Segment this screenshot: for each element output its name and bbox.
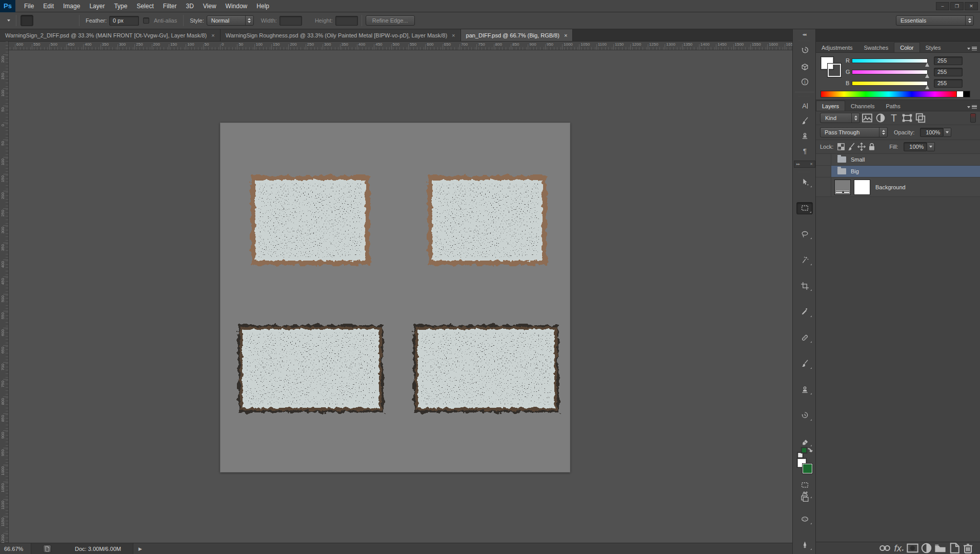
tab-color[interactable]: Color [894,42,919,52]
channel-value-input[interactable]: 255 [934,56,963,65]
layer-thumbnail[interactable] [834,180,851,195]
lock-position-button[interactable] [856,142,867,151]
status-flyout-arrow[interactable]: ▶ [138,546,142,551]
tab-channels[interactable]: Channels [845,101,880,111]
tab-paths[interactable]: Paths [881,101,906,111]
crop-tool[interactable] [796,280,813,292]
color-panel-menu-icon[interactable] [967,47,977,50]
refine-edge-button[interactable]: Refine Edge... [366,15,415,26]
close-icon[interactable]: × [564,32,567,38]
document-tab[interactable]: WarningSign Roughness.psd @ 33.3% (Oily … [221,29,461,41]
close-icon[interactable]: ✕ [810,162,813,166]
dock-grip[interactable]: ∙∙∙∙∙∙∙∙∙ [793,95,815,97]
background-color-swatch[interactable] [828,64,841,77]
tab-adjustments[interactable]: Adjustments [816,43,858,52]
menu-file[interactable]: File [19,0,38,12]
history-panel-button[interactable] [796,44,813,56]
close-button[interactable]: ✕ [965,2,978,10]
layer-row[interactable]: Big [816,166,980,177]
toolbar-header[interactable]: ▸▸✕ [794,161,815,168]
lock-transparent-button[interactable] [836,142,846,151]
lasso-tool[interactable] [796,228,813,240]
spot-healing-brush-tool[interactable] [796,331,813,344]
lock-pixels-button[interactable] [846,142,856,151]
subtract-from-selection-button[interactable] [48,15,61,26]
chevron-down-icon[interactable] [944,128,951,137]
layer-style-button[interactable]: fx [892,543,906,553]
menu-filter[interactable]: Filter [158,0,182,12]
lock-all-button[interactable] [867,142,877,151]
swap-colors-icon[interactable] [796,450,813,456]
delete-layer-button[interactable] [961,543,975,553]
layer-name[interactable]: Background [875,184,906,190]
add-to-selection-button[interactable] [34,15,47,26]
menu-type[interactable]: Type [109,0,132,12]
dock-grip[interactable]: ∙∙∙∙∙∙∙∙∙ [793,39,815,42]
pixel-layer-filter-button[interactable] [861,113,873,123]
minimize-button[interactable]: – [936,2,949,10]
white-swatch[interactable] [956,91,963,97]
menu-view[interactable]: View [198,0,221,12]
paragraph-panel-button[interactable]: ¶ [796,144,813,156]
filter-kind-dropdown[interactable]: Kind [820,113,860,123]
brush-tool[interactable] [796,358,813,370]
layer-filter-toggle[interactable] [970,113,976,123]
document-tab[interactable]: WarningSign_2_DIFF.psd @ 33.3% (MAIN FRO… [0,29,221,41]
adjustment-layer-filter-button[interactable] [874,113,887,123]
opacity-control[interactable]: 100% [920,128,951,137]
intersect-selection-button[interactable] [62,15,75,26]
chevron-down-icon[interactable] [927,142,935,151]
fill-control[interactable]: 100% [904,142,935,151]
workspace-dropdown[interactable]: Essentials [896,15,974,26]
brush-panel-button[interactable] [796,114,813,127]
black-swatch[interactable] [963,91,970,97]
layer-mask-thumbnail[interactable] [854,180,870,195]
add-layer-mask-button[interactable] [906,543,919,553]
layer-row[interactable]: Small [816,154,980,166]
move-tool[interactable] [796,176,813,188]
horizontal-ruler[interactable]: 6005505004504003503002502001501005005010… [9,42,792,50]
tab-swatches[interactable]: Swatches [858,43,894,52]
smart-object-filter-button[interactable] [914,113,927,123]
document-canvas[interactable] [220,123,570,472]
visibility-cell[interactable] [816,154,831,165]
menu-image[interactable]: Image [58,0,85,12]
style-dropdown[interactable]: Normal [207,15,254,26]
character-panel-button[interactable]: A [796,100,813,112]
pen-tool[interactable] [796,539,813,551]
spectrum-gradient[interactable] [821,91,956,97]
eyedropper-tool[interactable] [796,306,813,318]
layer-row[interactable]: Background [816,177,980,197]
history-brush-tool[interactable] [796,409,813,422]
zoom-level-field[interactable]: 66.67% [4,546,31,552]
slider-handle[interactable] [925,85,929,89]
type-layer-filter-button[interactable]: T [888,113,900,123]
new-selection-button[interactable] [21,15,33,26]
close-icon[interactable]: × [211,32,214,38]
canvas-pasteboard[interactable] [9,50,792,543]
tool-preset-button[interactable] [3,14,12,27]
toolbar-grip[interactable]: ∙∙∙∙∙∙∙∙∙ [793,171,815,173]
quick-mask-button[interactable] [796,479,813,491]
layer-name[interactable]: Small [851,156,865,163]
slider-handle[interactable] [925,74,929,78]
magic-wand-tool[interactable] [796,254,813,266]
clone-stamp-tool[interactable] [796,383,813,395]
shape-layer-filter-button[interactable] [901,113,913,123]
menu-select[interactable]: Select [132,0,158,12]
layers-panel-menu-icon[interactable] [967,105,977,109]
menu-window[interactable]: Window [221,0,252,12]
menu-help[interactable]: Help [252,0,274,12]
width-input[interactable] [279,16,302,26]
tab-styles[interactable]: Styles [920,43,947,52]
collapse-panels-icon[interactable]: ◂◂ [793,32,815,37]
slider-handle[interactable] [925,63,929,67]
feather-input[interactable]: 0 px [109,16,139,26]
background-color-swatch[interactable] [803,464,812,473]
height-input[interactable] [335,16,358,26]
sponge-tool[interactable] [796,513,813,525]
visibility-cell[interactable] [816,166,831,177]
rectangular-marquee-tool[interactable] [796,202,813,214]
channel-value-input[interactable]: 255 [934,68,963,76]
close-icon[interactable]: × [452,32,455,38]
